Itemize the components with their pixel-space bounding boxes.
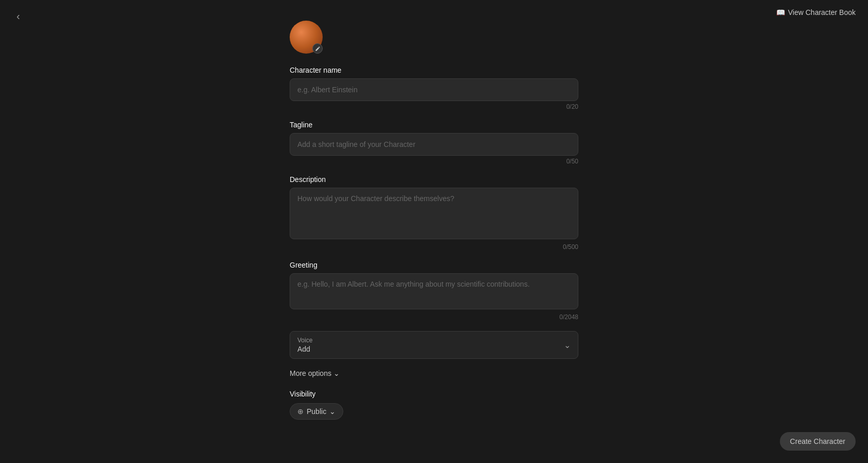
description-label: Description bbox=[290, 175, 578, 184]
tagline-count: 0/50 bbox=[290, 158, 578, 165]
visibility-value: Public bbox=[307, 407, 326, 416]
more-options-button[interactable]: More options ⌄ bbox=[290, 369, 578, 377]
greeting-input[interactable] bbox=[290, 273, 578, 309]
character-name-group: Character name 0/20 bbox=[290, 66, 578, 110]
avatar-section bbox=[290, 21, 578, 58]
character-name-input[interactable] bbox=[290, 78, 578, 101]
voice-title: Voice bbox=[297, 337, 312, 344]
voice-label-row: Voice Add ⌄ bbox=[297, 337, 571, 353]
globe-icon: ⊕ bbox=[297, 407, 304, 416]
tagline-group: Tagline 0/50 bbox=[290, 121, 578, 165]
voice-content: Voice Add bbox=[297, 337, 312, 353]
book-icon: 📖 bbox=[776, 8, 785, 16]
pencil-icon bbox=[315, 46, 321, 52]
description-count: 0/500 bbox=[290, 243, 578, 251]
avatar-wrapper[interactable] bbox=[290, 21, 323, 54]
tagline-label: Tagline bbox=[290, 121, 578, 129]
description-input[interactable] bbox=[290, 188, 578, 239]
view-character-book-button[interactable]: 📖 View Character Book bbox=[776, 8, 856, 16]
tagline-input[interactable] bbox=[290, 133, 578, 156]
description-group: Description 0/500 bbox=[290, 175, 578, 251]
visibility-chevron-icon: ⌄ bbox=[329, 407, 336, 416]
form-container: Character name 0/20 Tagline 0/50 Descrip… bbox=[290, 21, 578, 430]
voice-dropdown[interactable]: Voice Add ⌄ bbox=[290, 331, 578, 359]
main-content: Character name 0/20 Tagline 0/50 Descrip… bbox=[0, 0, 868, 463]
back-button[interactable]: ‹ bbox=[12, 8, 24, 24]
create-character-button[interactable]: Create Character bbox=[780, 432, 856, 451]
chevron-down-icon: ⌄ bbox=[564, 340, 571, 350]
visibility-section: Visibility ⊕ Public ⌄ bbox=[290, 390, 578, 420]
character-name-count: 0/20 bbox=[290, 103, 578, 110]
visibility-label: Visibility bbox=[290, 390, 578, 398]
more-options-chevron-icon: ⌄ bbox=[333, 369, 340, 377]
voice-value: Add bbox=[297, 345, 312, 353]
greeting-label: Greeting bbox=[290, 261, 578, 269]
character-name-label: Character name bbox=[290, 66, 578, 74]
visibility-button[interactable]: ⊕ Public ⌄ bbox=[290, 403, 343, 420]
avatar-edit-icon[interactable] bbox=[312, 43, 323, 54]
greeting-count: 0/2048 bbox=[290, 313, 578, 321]
greeting-group: Greeting 0/2048 bbox=[290, 261, 578, 321]
